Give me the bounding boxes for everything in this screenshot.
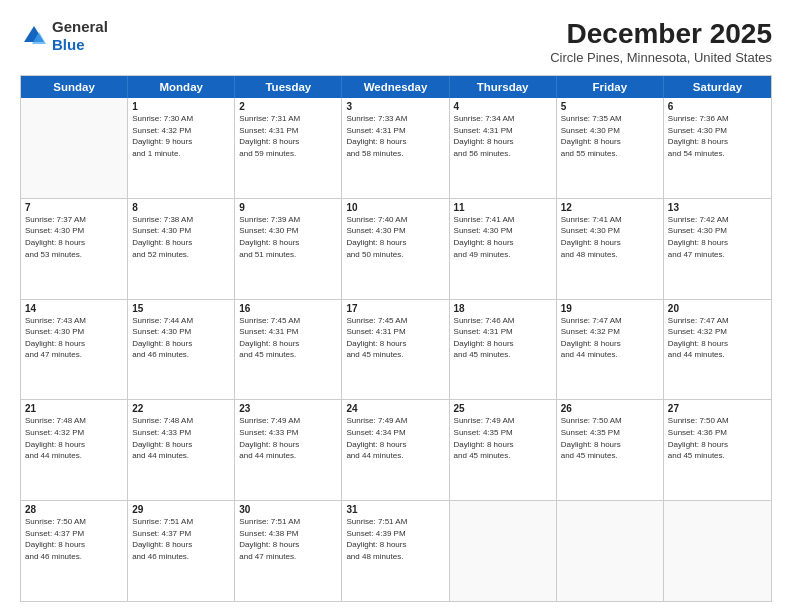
calendar-cell: 2Sunrise: 7:31 AMSunset: 4:31 PMDaylight… [235, 98, 342, 198]
day-number: 27 [668, 403, 767, 414]
day-number: 31 [346, 504, 444, 515]
header-day-tuesday: Tuesday [235, 76, 342, 98]
calendar-cell: 13Sunrise: 7:42 AMSunset: 4:30 PMDayligh… [664, 199, 771, 299]
logo-text: General Blue [52, 18, 108, 54]
calendar-cell: 8Sunrise: 7:38 AMSunset: 4:30 PMDaylight… [128, 199, 235, 299]
calendar-cell: 28Sunrise: 7:50 AMSunset: 4:37 PMDayligh… [21, 501, 128, 601]
calendar-cell [664, 501, 771, 601]
calendar-cell: 11Sunrise: 7:41 AMSunset: 4:30 PMDayligh… [450, 199, 557, 299]
calendar-cell: 6Sunrise: 7:36 AMSunset: 4:30 PMDaylight… [664, 98, 771, 198]
day-info: Sunrise: 7:42 AMSunset: 4:30 PMDaylight:… [668, 214, 767, 260]
day-info: Sunrise: 7:45 AMSunset: 4:31 PMDaylight:… [239, 315, 337, 361]
day-info: Sunrise: 7:39 AMSunset: 4:30 PMDaylight:… [239, 214, 337, 260]
day-info: Sunrise: 7:47 AMSunset: 4:32 PMDaylight:… [561, 315, 659, 361]
calendar: SundayMondayTuesdayWednesdayThursdayFrid… [20, 75, 772, 602]
calendar-cell: 23Sunrise: 7:49 AMSunset: 4:33 PMDayligh… [235, 400, 342, 500]
day-number: 22 [132, 403, 230, 414]
day-number: 28 [25, 504, 123, 515]
day-number: 20 [668, 303, 767, 314]
day-info: Sunrise: 7:46 AMSunset: 4:31 PMDaylight:… [454, 315, 552, 361]
calendar-cell [557, 501, 664, 601]
header-day-saturday: Saturday [664, 76, 771, 98]
day-info: Sunrise: 7:34 AMSunset: 4:31 PMDaylight:… [454, 113, 552, 159]
calendar-cell: 20Sunrise: 7:47 AMSunset: 4:32 PMDayligh… [664, 300, 771, 400]
calendar-cell: 7Sunrise: 7:37 AMSunset: 4:30 PMDaylight… [21, 199, 128, 299]
day-number: 19 [561, 303, 659, 314]
calendar-row-3: 14Sunrise: 7:43 AMSunset: 4:30 PMDayligh… [21, 300, 771, 401]
calendar-cell: 4Sunrise: 7:34 AMSunset: 4:31 PMDaylight… [450, 98, 557, 198]
calendar-cell: 26Sunrise: 7:50 AMSunset: 4:35 PMDayligh… [557, 400, 664, 500]
logo-general: General [52, 18, 108, 35]
day-number: 2 [239, 101, 337, 112]
title-block: December 2025 Circle Pines, Minnesota, U… [550, 18, 772, 65]
calendar-cell: 29Sunrise: 7:51 AMSunset: 4:37 PMDayligh… [128, 501, 235, 601]
day-info: Sunrise: 7:49 AMSunset: 4:34 PMDaylight:… [346, 415, 444, 461]
calendar-cell: 18Sunrise: 7:46 AMSunset: 4:31 PMDayligh… [450, 300, 557, 400]
day-number: 24 [346, 403, 444, 414]
calendar-cell: 10Sunrise: 7:40 AMSunset: 4:30 PMDayligh… [342, 199, 449, 299]
header-day-monday: Monday [128, 76, 235, 98]
day-number: 3 [346, 101, 444, 112]
day-info: Sunrise: 7:48 AMSunset: 4:32 PMDaylight:… [25, 415, 123, 461]
day-info: Sunrise: 7:43 AMSunset: 4:30 PMDaylight:… [25, 315, 123, 361]
day-number: 7 [25, 202, 123, 213]
calendar-cell [21, 98, 128, 198]
header: General Blue December 2025 Circle Pines,… [20, 18, 772, 65]
calendar-cell: 22Sunrise: 7:48 AMSunset: 4:33 PMDayligh… [128, 400, 235, 500]
day-info: Sunrise: 7:47 AMSunset: 4:32 PMDaylight:… [668, 315, 767, 361]
day-number: 11 [454, 202, 552, 213]
calendar-cell: 1Sunrise: 7:30 AMSunset: 4:32 PMDaylight… [128, 98, 235, 198]
calendar-row-1: 1Sunrise: 7:30 AMSunset: 4:32 PMDaylight… [21, 98, 771, 199]
logo-blue: Blue [52, 36, 85, 53]
calendar-cell: 30Sunrise: 7:51 AMSunset: 4:38 PMDayligh… [235, 501, 342, 601]
page: General Blue December 2025 Circle Pines,… [0, 0, 792, 612]
day-number: 12 [561, 202, 659, 213]
day-info: Sunrise: 7:35 AMSunset: 4:30 PMDaylight:… [561, 113, 659, 159]
day-info: Sunrise: 7:41 AMSunset: 4:30 PMDaylight:… [561, 214, 659, 260]
calendar-cell: 19Sunrise: 7:47 AMSunset: 4:32 PMDayligh… [557, 300, 664, 400]
day-number: 17 [346, 303, 444, 314]
calendar-cell: 27Sunrise: 7:50 AMSunset: 4:36 PMDayligh… [664, 400, 771, 500]
calendar-cell: 14Sunrise: 7:43 AMSunset: 4:30 PMDayligh… [21, 300, 128, 400]
calendar-cell: 15Sunrise: 7:44 AMSunset: 4:30 PMDayligh… [128, 300, 235, 400]
calendar-row-4: 21Sunrise: 7:48 AMSunset: 4:32 PMDayligh… [21, 400, 771, 501]
day-info: Sunrise: 7:38 AMSunset: 4:30 PMDaylight:… [132, 214, 230, 260]
day-info: Sunrise: 7:50 AMSunset: 4:37 PMDaylight:… [25, 516, 123, 562]
day-number: 4 [454, 101, 552, 112]
day-number: 18 [454, 303, 552, 314]
main-title: December 2025 [550, 18, 772, 50]
calendar-cell [450, 501, 557, 601]
day-info: Sunrise: 7:36 AMSunset: 4:30 PMDaylight:… [668, 113, 767, 159]
day-number: 14 [25, 303, 123, 314]
day-number: 26 [561, 403, 659, 414]
header-day-sunday: Sunday [21, 76, 128, 98]
calendar-cell: 24Sunrise: 7:49 AMSunset: 4:34 PMDayligh… [342, 400, 449, 500]
day-info: Sunrise: 7:51 AMSunset: 4:39 PMDaylight:… [346, 516, 444, 562]
calendar-cell: 25Sunrise: 7:49 AMSunset: 4:35 PMDayligh… [450, 400, 557, 500]
calendar-cell: 17Sunrise: 7:45 AMSunset: 4:31 PMDayligh… [342, 300, 449, 400]
calendar-row-5: 28Sunrise: 7:50 AMSunset: 4:37 PMDayligh… [21, 501, 771, 601]
day-number: 9 [239, 202, 337, 213]
calendar-row-2: 7Sunrise: 7:37 AMSunset: 4:30 PMDaylight… [21, 199, 771, 300]
calendar-cell: 5Sunrise: 7:35 AMSunset: 4:30 PMDaylight… [557, 98, 664, 198]
calendar-cell: 16Sunrise: 7:45 AMSunset: 4:31 PMDayligh… [235, 300, 342, 400]
day-info: Sunrise: 7:50 AMSunset: 4:36 PMDaylight:… [668, 415, 767, 461]
header-day-friday: Friday [557, 76, 664, 98]
day-number: 8 [132, 202, 230, 213]
calendar-cell: 3Sunrise: 7:33 AMSunset: 4:31 PMDaylight… [342, 98, 449, 198]
calendar-cell: 21Sunrise: 7:48 AMSunset: 4:32 PMDayligh… [21, 400, 128, 500]
day-number: 1 [132, 101, 230, 112]
day-info: Sunrise: 7:45 AMSunset: 4:31 PMDaylight:… [346, 315, 444, 361]
day-info: Sunrise: 7:51 AMSunset: 4:37 PMDaylight:… [132, 516, 230, 562]
day-number: 13 [668, 202, 767, 213]
subtitle: Circle Pines, Minnesota, United States [550, 50, 772, 65]
day-info: Sunrise: 7:30 AMSunset: 4:32 PMDaylight:… [132, 113, 230, 159]
day-info: Sunrise: 7:33 AMSunset: 4:31 PMDaylight:… [346, 113, 444, 159]
day-number: 6 [668, 101, 767, 112]
header-day-wednesday: Wednesday [342, 76, 449, 98]
calendar-cell: 12Sunrise: 7:41 AMSunset: 4:30 PMDayligh… [557, 199, 664, 299]
logo-icon [20, 22, 48, 50]
day-number: 15 [132, 303, 230, 314]
day-info: Sunrise: 7:49 AMSunset: 4:35 PMDaylight:… [454, 415, 552, 461]
calendar-cell: 31Sunrise: 7:51 AMSunset: 4:39 PMDayligh… [342, 501, 449, 601]
